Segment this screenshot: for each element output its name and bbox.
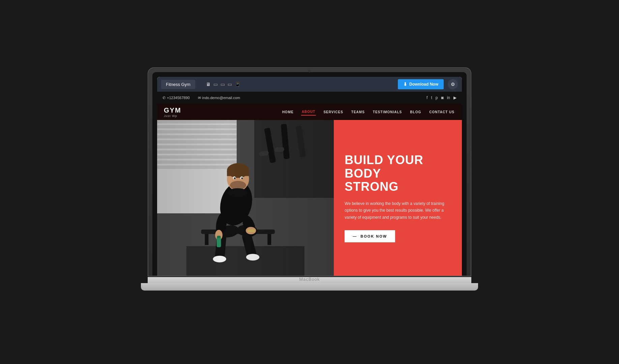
nav-blog[interactable]: BLOG xyxy=(409,109,422,115)
screen: Fitness Gym 🖥 ▭ ▭ ▭ 📱 ⬇ Download Now ⚙ xyxy=(157,77,462,276)
nav-teams[interactable]: TEAMS xyxy=(351,109,365,115)
logo-sub: Just Wp xyxy=(164,114,181,118)
phone-icon: ✆ xyxy=(163,96,166,100)
macbook-base-bottom: MacBook xyxy=(141,283,478,291)
gear-icon: ⚙ xyxy=(451,82,455,87)
book-label: BOOK NOW xyxy=(360,234,387,238)
hero-image xyxy=(157,120,334,276)
navbar: GYM Just Wp HOME ABOUT SERVICES TEAMS TE… xyxy=(157,104,462,120)
mobile-icon[interactable]: 📱 xyxy=(235,82,240,87)
nav-services[interactable]: SERVICES xyxy=(323,109,344,115)
tablet-landscape-icon[interactable]: ▭ xyxy=(213,82,218,87)
phone-number: +1234567890 xyxy=(167,96,190,100)
youtube-icon[interactable]: ▶ xyxy=(453,95,456,100)
social-icons: f t p ◙ in ▶ xyxy=(426,95,456,100)
scene: Fitness Gym 🖥 ▭ ▭ ▭ 📱 ⬇ Download Now ⚙ xyxy=(141,67,478,297)
hero-title: BUILD YOUR BODY STRONG xyxy=(345,153,451,193)
download-icon: ⬇ xyxy=(403,82,407,87)
nav-contact[interactable]: CONTACT US xyxy=(429,109,455,115)
macbook-camera xyxy=(308,70,311,72)
logo-name: GYM xyxy=(164,107,181,114)
email-contact: ✉ indo.demo@email.com xyxy=(198,96,240,100)
tablet-icon[interactable]: ▭ xyxy=(220,82,225,87)
hero-description: We believe in working the body with a va… xyxy=(345,200,451,221)
download-button[interactable]: ⬇ Download Now xyxy=(398,79,444,89)
nav-testimonials[interactable]: TESTIMONIALS xyxy=(372,109,403,115)
hero-section: BUILD YOUR BODY STRONG We believe in wor… xyxy=(157,120,462,276)
book-now-button[interactable]: — BOOK NOW xyxy=(345,230,395,242)
linkedin-icon[interactable]: in xyxy=(447,95,450,100)
toolbar-title: Fitness Gym xyxy=(161,80,195,89)
toolbar: Fitness Gym 🖥 ▭ ▭ ▭ 📱 ⬇ Download Now ⚙ xyxy=(157,77,462,92)
email-icon: ✉ xyxy=(198,96,201,100)
macbook-label: MacBook xyxy=(299,277,320,282)
pinterest-icon[interactable]: p xyxy=(436,95,438,100)
contact-bar: ✆ +1234567890 ✉ indo.demo@email.com f t … xyxy=(157,92,462,104)
nav-links: HOME ABOUT SERVICES TEAMS TESTIMONIALS B… xyxy=(282,109,455,116)
macbook-lid: Fitness Gym 🖥 ▭ ▭ ▭ 📱 ⬇ Download Now ⚙ xyxy=(148,67,471,276)
instagram-icon[interactable]: ◙ xyxy=(441,95,443,100)
hero-content: BUILD YOUR BODY STRONG We believe in wor… xyxy=(334,120,462,276)
device-icons: 🖥 ▭ ▭ ▭ 📱 xyxy=(199,82,394,87)
twitter-icon[interactable]: t xyxy=(431,95,432,100)
gear-button[interactable]: ⚙ xyxy=(448,79,458,89)
image-overlay xyxy=(157,120,334,276)
facebook-icon[interactable]: f xyxy=(426,95,428,100)
logo-area: GYM Just Wp xyxy=(164,107,181,118)
email-address: indo.demo@email.com xyxy=(202,96,240,100)
nav-about[interactable]: ABOUT xyxy=(301,109,316,116)
macbook-screen-bezel: Fitness Gym 🖥 ▭ ▭ ▭ 📱 ⬇ Download Now ⚙ xyxy=(152,72,467,276)
desktop-icon[interactable]: 🖥 xyxy=(206,82,211,87)
phone-contact: ✆ +1234567890 xyxy=(163,96,190,100)
tablet-small-icon[interactable]: ▭ xyxy=(228,82,232,87)
nav-home[interactable]: HOME xyxy=(282,109,294,115)
download-label: Download Now xyxy=(409,82,438,87)
book-arrow: — xyxy=(353,234,357,238)
